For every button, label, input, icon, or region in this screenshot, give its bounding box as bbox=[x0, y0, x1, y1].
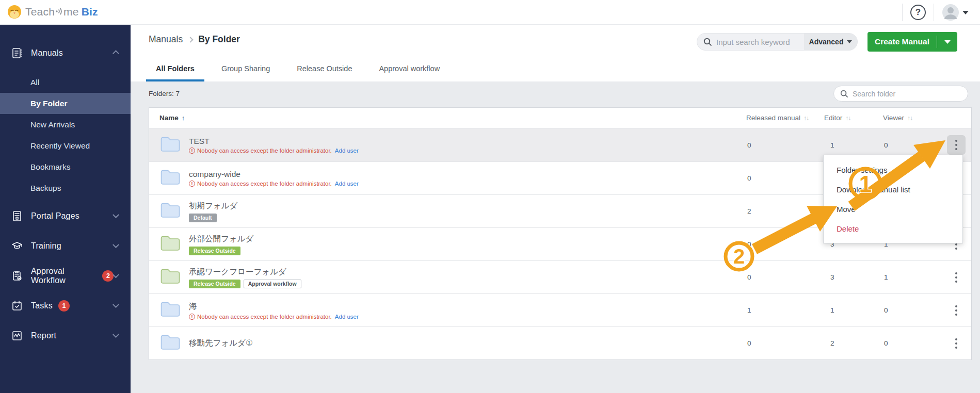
tab-approval-workflow[interactable]: Approval workflow bbox=[369, 58, 449, 81]
sound-wave-icon bbox=[55, 6, 63, 15]
folder-name-cell[interactable]: company-wide!Nobody can access except th… bbox=[149, 169, 746, 187]
folder-name: 外部公開フォルダ bbox=[189, 234, 253, 244]
sidebar-subitem-label: Recently Viewed bbox=[30, 141, 90, 151]
add-user-link[interactable]: Add user bbox=[335, 314, 359, 320]
kebab-dot bbox=[955, 248, 957, 250]
folder-name-lines: 初期フォルダDefault bbox=[189, 201, 237, 222]
sidebar-item-by-folder[interactable]: By Folder bbox=[0, 93, 131, 114]
kebab-dot bbox=[955, 309, 957, 312]
logo-biz: Biz bbox=[82, 6, 98, 18]
menu-item-move[interactable]: Move bbox=[824, 199, 962, 219]
menu-item-folder-settings[interactable]: Folder settings bbox=[824, 160, 962, 179]
viewer-count: 0 bbox=[883, 306, 941, 314]
tab-all-folders[interactable]: All Folders bbox=[146, 58, 204, 81]
tab-label: Release Outside bbox=[297, 64, 352, 73]
breadcrumb-separator-icon bbox=[187, 37, 193, 42]
table-row[interactable]: 海!Nobody can access except the folder ad… bbox=[149, 293, 971, 326]
sidebar-item-approval-workflow[interactable]: Approval Workflow2 bbox=[0, 265, 131, 287]
help-button[interactable]: ? bbox=[910, 5, 926, 20]
editor-count: 1 bbox=[824, 141, 883, 149]
released-count: 0 bbox=[746, 141, 824, 149]
folder-name-cell[interactable]: 外部公開フォルダRelease Outside bbox=[149, 234, 746, 255]
table-row[interactable]: 移動先フォルダ①020 bbox=[149, 326, 971, 359]
sidebar-item-portal-pages[interactable]: Portal Pages bbox=[0, 205, 131, 227]
editor-count: 1 bbox=[824, 306, 883, 314]
sidebar-item-bookmarks[interactable]: Bookmarks bbox=[0, 156, 131, 177]
kebab-dot bbox=[955, 314, 957, 316]
create-manual-button[interactable]: Create Manual bbox=[867, 32, 957, 52]
sidebar-subitem-label: New Arrivals bbox=[30, 120, 75, 129]
sidebar-item-manuals[interactable]: Manuals bbox=[0, 42, 131, 64]
column-header-viewer[interactable]: Viewer↑↓ bbox=[883, 114, 941, 122]
folder-name-cell[interactable]: 移動先フォルダ① bbox=[149, 334, 746, 352]
column-header-released-manual[interactable]: Released manual↑↓ bbox=[746, 114, 824, 122]
chevron-down-icon bbox=[113, 271, 119, 277]
kebab-menu-button[interactable] bbox=[947, 301, 966, 320]
table-row[interactable]: 承認ワークフローフォルダRelease OutsideApproval work… bbox=[149, 260, 971, 293]
sidebar-item-tasks[interactable]: Tasks1 bbox=[0, 294, 131, 317]
column-header-editor[interactable]: Editor↑↓ bbox=[824, 114, 883, 122]
folder-name-cell[interactable]: 初期フォルダDefault bbox=[149, 201, 746, 222]
sort-icon: ↑↓ bbox=[907, 114, 912, 122]
report-icon bbox=[11, 330, 23, 342]
advanced-search-button[interactable]: Advanced bbox=[804, 34, 857, 50]
folder-search-bar bbox=[833, 86, 968, 102]
menu-item-download-manual-list[interactable]: Download manual list bbox=[824, 179, 962, 199]
chevron-down-icon bbox=[113, 331, 119, 338]
approval-workflow-icon bbox=[11, 270, 23, 282]
tab-release-outside[interactable]: Release Outside bbox=[287, 58, 362, 81]
folders-count: Folders: 7 bbox=[149, 90, 180, 97]
chevron-down-icon bbox=[847, 40, 852, 43]
editor-count: 2 bbox=[824, 339, 883, 347]
warning-icon: ! bbox=[189, 181, 195, 187]
header-divider bbox=[934, 4, 934, 21]
kebab-dot bbox=[955, 243, 957, 245]
folder-name-cell[interactable]: 承認ワークフローフォルダRelease OutsideApproval work… bbox=[149, 267, 746, 288]
column-header-name[interactable]: Name↑ bbox=[149, 114, 746, 122]
warning-text: !Nobody can access except the folder adm… bbox=[189, 181, 332, 187]
folder-name: 承認ワークフローフォルダ bbox=[189, 267, 301, 277]
menu-item-delete[interactable]: Delete bbox=[824, 219, 962, 238]
folder-name-lines: 移動先フォルダ① bbox=[189, 338, 253, 349]
folder-access-warning: !Nobody can access except the folder adm… bbox=[189, 148, 359, 154]
folder-badges: Release Outside bbox=[189, 247, 253, 255]
tab-label: All Folders bbox=[156, 64, 195, 73]
folder-name-cell[interactable]: TEST!Nobody can access except the folder… bbox=[149, 136, 746, 154]
user-menu-button[interactable] bbox=[942, 4, 969, 21]
folder-search-input[interactable] bbox=[853, 90, 968, 98]
kebab-menu-button[interactable] bbox=[947, 334, 966, 353]
sidebar-item-recently-viewed[interactable]: Recently Viewed bbox=[0, 135, 131, 156]
folder-name-cell[interactable]: 海!Nobody can access except the folder ad… bbox=[149, 301, 746, 320]
chevron-down-icon bbox=[962, 11, 969, 14]
sidebar-item-new-arrivals[interactable]: New Arrivals bbox=[0, 114, 131, 135]
badge-release-outside: Release Outside bbox=[189, 280, 240, 288]
owl-mascot-icon bbox=[7, 5, 22, 19]
sidebar-item-backups[interactable]: Backups bbox=[0, 177, 131, 199]
breadcrumb-parent[interactable]: Manuals bbox=[149, 34, 183, 45]
add-user-link[interactable]: Add user bbox=[335, 181, 359, 187]
sidebar-item-label: Training bbox=[31, 241, 61, 251]
sidebar-subitem-label: By Folder bbox=[30, 99, 67, 108]
sidebar-item-training[interactable]: Training bbox=[0, 235, 131, 257]
editor-count: 3 bbox=[824, 273, 883, 281]
sidebar: ManualsAllBy FolderNew ArrivalsRecently … bbox=[0, 25, 131, 393]
sidebar-item-all[interactable]: All bbox=[0, 72, 131, 93]
folder-tabs: All FoldersGroup SharingRelease OutsideA… bbox=[146, 58, 457, 81]
sidebar-item-report[interactable]: Report bbox=[0, 324, 131, 347]
search-input[interactable] bbox=[716, 38, 804, 46]
warning-icon: ! bbox=[189, 148, 195, 154]
folder-name-lines: company-wide!Nobody can access except th… bbox=[189, 170, 359, 187]
kebab-dot bbox=[955, 347, 957, 349]
kebab-menu-button[interactable] bbox=[947, 268, 966, 287]
search-icon bbox=[703, 38, 712, 46]
folder-icon bbox=[160, 235, 180, 253]
training-icon bbox=[11, 240, 23, 252]
add-user-link[interactable]: Add user bbox=[335, 148, 359, 154]
tab-group-sharing[interactable]: Group Sharing bbox=[212, 58, 280, 81]
tab-label: Approval workflow bbox=[379, 64, 440, 73]
create-manual-dropdown[interactable] bbox=[937, 40, 957, 44]
header-divider bbox=[902, 4, 903, 21]
kebab-menu-button[interactable] bbox=[947, 135, 966, 155]
logo-text: Teach me Biz bbox=[25, 6, 98, 18]
folder-access-warning: !Nobody can access except the folder adm… bbox=[189, 181, 359, 187]
